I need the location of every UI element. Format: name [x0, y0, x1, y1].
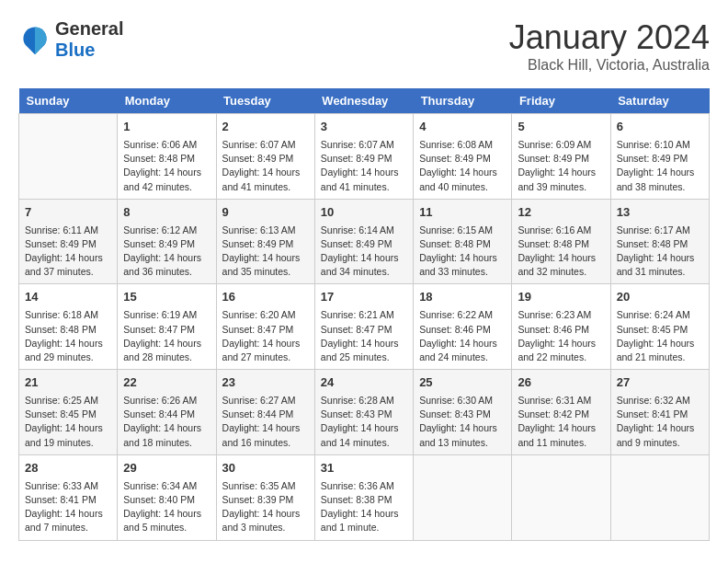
day-number: 16: [222, 289, 309, 306]
cell-info: Sunrise: 6:15 AM Sunset: 8:48 PM Dayligh…: [419, 224, 506, 280]
calendar-cell: 22Sunrise: 6:26 AM Sunset: 8:44 PM Dayli…: [118, 370, 216, 455]
day-number: 24: [321, 374, 407, 392]
day-number: 19: [518, 289, 604, 306]
location: Black Hill, Victoria, Australia: [509, 57, 710, 74]
calendar-cell: 25Sunrise: 6:30 AM Sunset: 8:43 PM Dayli…: [414, 370, 512, 455]
calendar-cell: 19Sunrise: 6:23 AM Sunset: 8:46 PM Dayli…: [512, 284, 610, 370]
calendar-week-row: 14Sunrise: 6:18 AM Sunset: 8:48 PM Dayli…: [19, 284, 710, 370]
day-number: 8: [123, 204, 210, 222]
cell-info: Sunrise: 6:35 AM Sunset: 8:39 PM Dayligh…: [222, 479, 309, 535]
cell-info: Sunrise: 6:32 AM Sunset: 8:41 PM Dayligh…: [617, 394, 703, 450]
calendar-cell: [512, 454, 610, 540]
day-number: 10: [321, 204, 407, 222]
calendar-cell: 29Sunrise: 6:34 AM Sunset: 8:40 PM Dayli…: [118, 454, 216, 540]
day-number: 11: [419, 204, 506, 222]
day-number: 29: [123, 460, 210, 477]
page-header: General Blue January 2024 Black Hill, Vi…: [18, 18, 710, 74]
day-number: 7: [25, 204, 111, 222]
calendar-cell: 12Sunrise: 6:16 AM Sunset: 8:48 PM Dayli…: [512, 199, 610, 284]
day-number: 22: [123, 374, 210, 392]
logo: General Blue: [18, 18, 123, 61]
cell-info: Sunrise: 6:12 AM Sunset: 8:49 PM Dayligh…: [123, 224, 210, 280]
cell-info: Sunrise: 6:31 AM Sunset: 8:42 PM Dayligh…: [518, 394, 604, 450]
cell-info: Sunrise: 6:21 AM Sunset: 8:47 PM Dayligh…: [321, 308, 407, 364]
calendar-cell: 17Sunrise: 6:21 AM Sunset: 8:47 PM Dayli…: [314, 284, 413, 370]
day-number: 9: [222, 204, 309, 222]
day-of-week-header: Tuesday: [216, 88, 314, 114]
day-of-week-header: Thursday: [414, 88, 512, 114]
cell-info: Sunrise: 6:30 AM Sunset: 8:43 PM Dayligh…: [419, 394, 506, 450]
cell-info: Sunrise: 6:07 AM Sunset: 8:49 PM Dayligh…: [222, 138, 309, 194]
cell-info: Sunrise: 6:20 AM Sunset: 8:47 PM Dayligh…: [222, 308, 309, 364]
day-number: 31: [321, 460, 407, 477]
cell-info: Sunrise: 6:27 AM Sunset: 8:44 PM Dayligh…: [222, 394, 309, 450]
day-number: 12: [518, 204, 604, 222]
calendar-cell: 21Sunrise: 6:25 AM Sunset: 8:45 PM Dayli…: [19, 370, 118, 455]
calendar-cell: 18Sunrise: 6:22 AM Sunset: 8:46 PM Dayli…: [414, 284, 512, 370]
day-of-week-header: Wednesday: [314, 88, 413, 114]
day-of-week-header: Saturday: [610, 88, 709, 114]
day-number: 1: [123, 119, 210, 136]
calendar-cell: 24Sunrise: 6:28 AM Sunset: 8:43 PM Dayli…: [314, 370, 413, 455]
day-number: 28: [25, 460, 111, 477]
logo-icon: [18, 23, 51, 56]
calendar-cell: 6Sunrise: 6:10 AM Sunset: 8:49 PM Daylig…: [610, 114, 709, 200]
cell-info: Sunrise: 6:10 AM Sunset: 8:49 PM Dayligh…: [617, 138, 703, 194]
calendar-cell: [19, 114, 118, 200]
cell-info: Sunrise: 6:23 AM Sunset: 8:46 PM Dayligh…: [518, 308, 604, 364]
cell-info: Sunrise: 6:13 AM Sunset: 8:49 PM Dayligh…: [222, 224, 309, 280]
calendar-cell: 30Sunrise: 6:35 AM Sunset: 8:39 PM Dayli…: [216, 454, 314, 540]
calendar-cell: 1Sunrise: 6:06 AM Sunset: 8:48 PM Daylig…: [118, 114, 216, 200]
day-number: 14: [25, 289, 111, 306]
calendar-cell: 5Sunrise: 6:09 AM Sunset: 8:49 PM Daylig…: [512, 114, 610, 200]
day-number: 6: [617, 119, 703, 136]
day-number: 25: [419, 374, 506, 392]
cell-info: Sunrise: 6:11 AM Sunset: 8:49 PM Dayligh…: [25, 224, 111, 280]
day-number: 13: [617, 204, 703, 222]
cell-info: Sunrise: 6:17 AM Sunset: 8:48 PM Dayligh…: [617, 224, 703, 280]
cell-info: Sunrise: 6:36 AM Sunset: 8:38 PM Dayligh…: [321, 479, 407, 535]
cell-info: Sunrise: 6:18 AM Sunset: 8:48 PM Dayligh…: [25, 308, 111, 364]
calendar-header-row: SundayMondayTuesdayWednesdayThursdayFrid…: [19, 88, 710, 114]
cell-info: Sunrise: 6:33 AM Sunset: 8:41 PM Dayligh…: [25, 479, 111, 535]
day-number: 2: [222, 119, 309, 136]
cell-info: Sunrise: 6:08 AM Sunset: 8:49 PM Dayligh…: [419, 138, 506, 194]
day-of-week-header: Friday: [512, 88, 610, 114]
calendar-cell: 2Sunrise: 6:07 AM Sunset: 8:49 PM Daylig…: [216, 114, 314, 200]
cell-info: Sunrise: 6:16 AM Sunset: 8:48 PM Dayligh…: [518, 224, 604, 280]
day-number: 18: [419, 289, 506, 306]
month-title: January 2024: [509, 18, 710, 57]
calendar-week-row: 7Sunrise: 6:11 AM Sunset: 8:49 PM Daylig…: [19, 199, 710, 284]
calendar-week-row: 28Sunrise: 6:33 AM Sunset: 8:41 PM Dayli…: [19, 454, 710, 540]
calendar-week-row: 1Sunrise: 6:06 AM Sunset: 8:48 PM Daylig…: [19, 114, 710, 200]
calendar-cell: 14Sunrise: 6:18 AM Sunset: 8:48 PM Dayli…: [19, 284, 118, 370]
day-number: 20: [617, 289, 703, 306]
calendar-cell: 31Sunrise: 6:36 AM Sunset: 8:38 PM Dayli…: [314, 454, 413, 540]
cell-info: Sunrise: 6:24 AM Sunset: 8:45 PM Dayligh…: [617, 308, 703, 364]
calendar-cell: 27Sunrise: 6:32 AM Sunset: 8:41 PM Dayli…: [610, 370, 709, 455]
calendar-cell: 11Sunrise: 6:15 AM Sunset: 8:48 PM Dayli…: [414, 199, 512, 284]
cell-info: Sunrise: 6:07 AM Sunset: 8:49 PM Dayligh…: [321, 138, 407, 194]
day-number: 27: [617, 374, 703, 392]
day-number: 4: [419, 119, 506, 136]
calendar-cell: 23Sunrise: 6:27 AM Sunset: 8:44 PM Dayli…: [216, 370, 314, 455]
calendar-table: SundayMondayTuesdayWednesdayThursdayFrid…: [18, 88, 710, 541]
calendar-cell: 9Sunrise: 6:13 AM Sunset: 8:49 PM Daylig…: [216, 199, 314, 284]
calendar-cell: 28Sunrise: 6:33 AM Sunset: 8:41 PM Dayli…: [19, 454, 118, 540]
calendar-cell: 26Sunrise: 6:31 AM Sunset: 8:42 PM Dayli…: [512, 370, 610, 455]
day-number: 5: [518, 119, 604, 136]
day-number: 17: [321, 289, 407, 306]
calendar-cell: 13Sunrise: 6:17 AM Sunset: 8:48 PM Dayli…: [610, 199, 709, 284]
calendar-cell: 3Sunrise: 6:07 AM Sunset: 8:49 PM Daylig…: [314, 114, 413, 200]
calendar-week-row: 21Sunrise: 6:25 AM Sunset: 8:45 PM Dayli…: [19, 370, 710, 455]
day-number: 21: [25, 374, 111, 392]
calendar-cell: 10Sunrise: 6:14 AM Sunset: 8:49 PM Dayli…: [314, 199, 413, 284]
calendar-cell: 16Sunrise: 6:20 AM Sunset: 8:47 PM Dayli…: [216, 284, 314, 370]
calendar-cell: 4Sunrise: 6:08 AM Sunset: 8:49 PM Daylig…: [414, 114, 512, 200]
cell-info: Sunrise: 6:09 AM Sunset: 8:49 PM Dayligh…: [518, 138, 604, 194]
day-number: 15: [123, 289, 210, 306]
calendar-cell: 20Sunrise: 6:24 AM Sunset: 8:45 PM Dayli…: [610, 284, 709, 370]
cell-info: Sunrise: 6:19 AM Sunset: 8:47 PM Dayligh…: [123, 308, 210, 364]
cell-info: Sunrise: 6:14 AM Sunset: 8:49 PM Dayligh…: [321, 224, 407, 280]
calendar-cell: 7Sunrise: 6:11 AM Sunset: 8:49 PM Daylig…: [19, 199, 118, 284]
